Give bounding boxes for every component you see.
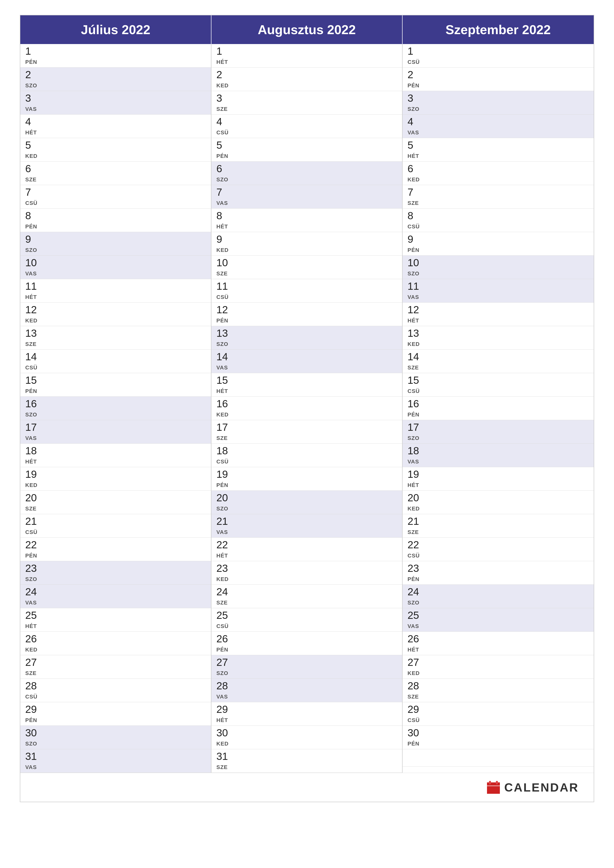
day-number: 6 — [216, 164, 236, 174]
day-cell: 17SZO — [403, 420, 594, 444]
day-cell: 12PÉN — [211, 302, 402, 326]
day-content: 27KED — [407, 657, 427, 676]
day-name: CSÜ — [407, 222, 420, 230]
day-cell: 29HÉT — [211, 702, 402, 726]
day-content: 10VAS — [25, 257, 45, 277]
day-cell: 19KED — [20, 467, 211, 491]
day-cell: 12HÉT — [403, 302, 594, 326]
day-number: 9 — [216, 234, 236, 245]
day-cell: 12KED — [20, 302, 211, 326]
day-content: 8HÉT — [216, 211, 236, 230]
day-number: 23 — [407, 563, 427, 574]
day-number: 3 — [216, 93, 236, 104]
day-cell: 18HÉT — [20, 444, 211, 467]
day-name: KED — [407, 339, 420, 347]
day-number: 19 — [25, 469, 45, 479]
day-content: 31VAS — [25, 751, 45, 770]
day-name: CSÜ — [407, 386, 420, 394]
month-column-2: 1CSÜ2PÉN3SZO4VAS5HÉT6KED7SZE8CSÜ9PÉN10SZ… — [403, 44, 594, 773]
day-content: 5KED — [25, 140, 45, 160]
day-cell: 1PÉN — [20, 44, 211, 68]
day-content: 3SZE — [216, 93, 236, 112]
day-cell: 16PÉN — [403, 397, 594, 420]
day-number: 21 — [25, 516, 45, 527]
day-number: 28 — [216, 681, 236, 691]
day-name: CSÜ — [25, 692, 37, 700]
day-number: 27 — [216, 657, 236, 668]
day-content: 5HÉT — [407, 140, 427, 160]
day-number: 8 — [407, 211, 427, 221]
day-name: CSÜ — [216, 622, 229, 629]
day-name: VAS — [216, 692, 228, 700]
day-cell: 27KED — [403, 655, 594, 679]
day-cell: 6KED — [403, 161, 594, 185]
day-number: 12 — [25, 305, 45, 315]
day-cell: 17SZE — [211, 420, 402, 444]
day-content: 22HÉT — [216, 539, 236, 559]
day-number: 28 — [25, 681, 45, 691]
day-content: 6SZO — [216, 164, 236, 183]
day-content: 23SZO — [25, 563, 45, 583]
day-name: HÉT — [25, 293, 37, 301]
day-content: 24SZO — [407, 587, 427, 606]
day-number: 25 — [407, 610, 427, 620]
day-cell: 28SZE — [403, 679, 594, 702]
day-cell: 2KED — [211, 68, 402, 91]
day-number: 29 — [407, 704, 427, 715]
day-content: 14VAS — [216, 352, 236, 371]
day-number: 26 — [25, 634, 45, 644]
svg-rect-7 — [489, 781, 491, 784]
day-content: 22CSÜ — [407, 539, 427, 559]
day-number: 8 — [216, 211, 236, 221]
day-content: 9PÉN — [407, 234, 427, 253]
day-cell: 24VAS — [20, 585, 211, 608]
day-content: 14CSÜ — [25, 352, 45, 371]
day-content: 26PÉN — [216, 634, 236, 653]
day-content: 30SZO — [25, 728, 45, 747]
days-grid: 1PÉN2SZO3VAS4HÉT5KED6SZE7CSÜ8PÉN9SZO10VA… — [20, 44, 594, 773]
day-name: SZO — [216, 668, 228, 676]
day-name: KED — [216, 739, 229, 747]
day-name: SZO — [25, 575, 37, 583]
day-number: 14 — [407, 352, 427, 362]
day-name: HÉT — [216, 386, 228, 394]
day-content: 8CSÜ — [407, 211, 427, 230]
day-content: 7CSÜ — [25, 187, 45, 206]
day-number: 15 — [216, 375, 236, 386]
month-column-0: 1PÉN2SZO3VAS4HÉT5KED6SZE7CSÜ8PÉN9SZO10VA… — [20, 44, 211, 773]
svg-rect-8 — [496, 781, 498, 784]
day-cell: 11VAS — [403, 279, 594, 302]
day-cell: 3SZO — [403, 91, 594, 115]
day-name: SZE — [407, 692, 419, 700]
day-cell: 3SZE — [211, 91, 402, 115]
day-name: SZO — [407, 434, 420, 442]
day-number: 16 — [216, 398, 236, 409]
day-content: 22PÉN — [25, 539, 45, 559]
day-name: HÉT — [25, 622, 37, 629]
day-number: 25 — [25, 610, 45, 620]
day-cell: 2PÉN — [403, 68, 594, 91]
day-content: 14SZE — [407, 352, 427, 371]
day-content: 12PÉN — [216, 305, 236, 324]
day-name: SZO — [25, 739, 37, 747]
day-cell: 13SZO — [211, 326, 402, 350]
day-content: 13SZO — [216, 328, 236, 347]
day-number: 4 — [25, 116, 45, 127]
day-cell: 5KED — [20, 138, 211, 161]
day-content: 21SZE — [407, 516, 427, 535]
day-name: HÉT — [216, 551, 228, 559]
day-number: 9 — [407, 234, 427, 245]
day-content: 19KED — [25, 469, 45, 488]
day-number: 10 — [25, 257, 45, 268]
day-content: 1CSÜ — [407, 46, 427, 65]
day-content: 30KED — [216, 728, 236, 747]
day-content: 24VAS — [25, 587, 45, 606]
day-number: 3 — [407, 93, 427, 104]
day-content: 11HÉT — [25, 281, 45, 301]
day-content: 12KED — [25, 305, 45, 324]
day-content: 18HÉT — [25, 446, 45, 465]
day-cell: 6SZO — [211, 161, 402, 185]
day-name: HÉT — [407, 480, 419, 488]
day-cell: 7CSÜ — [20, 185, 211, 209]
day-name: PÉN — [407, 245, 420, 253]
